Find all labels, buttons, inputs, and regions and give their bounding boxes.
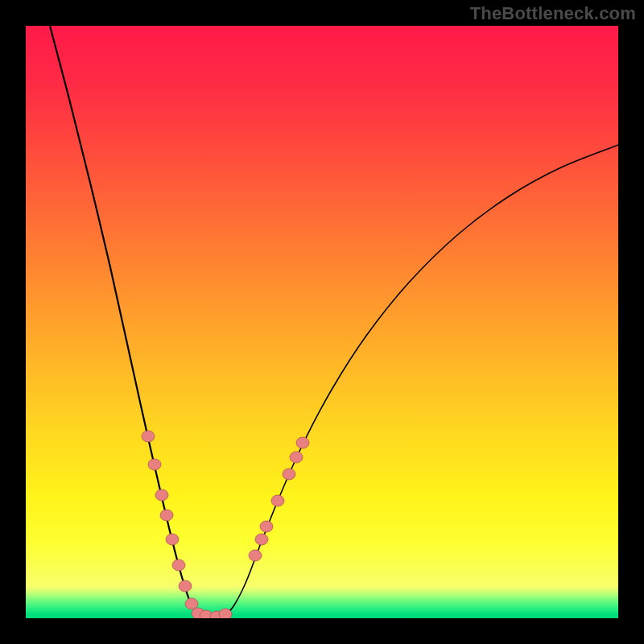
data-dot: [260, 521, 273, 532]
data-dot: [283, 469, 295, 480]
data-dot: [166, 534, 179, 545]
data-dot: [172, 559, 185, 571]
data-dot: [142, 431, 155, 442]
data-dot: [179, 580, 192, 592]
chart-svg: [26, 26, 618, 618]
watermark-text: TheBottleneck.com: [470, 3, 636, 24]
left-curve: [50, 26, 206, 616]
data-dot: [290, 452, 303, 463]
right-curve: [219, 145, 618, 616]
chart-frame: TheBottleneck.com: [0, 0, 644, 644]
data-dot: [255, 534, 268, 545]
plot-area: [26, 26, 618, 618]
data-dot: [271, 495, 284, 506]
data-dot: [219, 609, 232, 618]
data-dot: [160, 510, 173, 521]
data-dot: [249, 550, 262, 561]
data-dot: [148, 459, 161, 470]
dot-layer: [142, 431, 309, 618]
data-dot: [155, 489, 168, 501]
data-dot: [296, 437, 309, 448]
